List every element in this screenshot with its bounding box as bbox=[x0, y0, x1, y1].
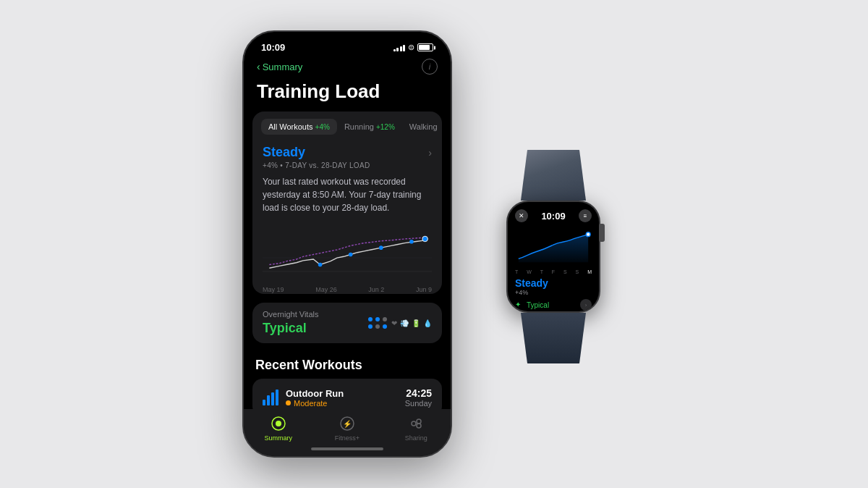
status-icons: ⊜ bbox=[393, 43, 434, 52]
watch-day-t2: T bbox=[540, 269, 543, 274]
training-status: Steady › +4% • 7-DAY vs. 28-DAY LOAD You… bbox=[252, 140, 442, 222]
status-chevron-icon: › bbox=[428, 147, 432, 159]
watch-typical-label: Typical bbox=[527, 301, 549, 309]
status-header: Steady › bbox=[263, 145, 432, 160]
page-title: Training Load bbox=[244, 80, 451, 112]
svg-point-2 bbox=[318, 263, 323, 267]
vitals-dots bbox=[368, 317, 387, 329]
svg-point-13 bbox=[417, 424, 421, 428]
iphone: 10:09 ⊜ ‹ Su bbox=[242, 30, 452, 458]
svg-point-5 bbox=[409, 240, 414, 244]
training-load-card: All Workouts +4% Running +12% Walking bbox=[252, 112, 442, 294]
tab-running-label: Running bbox=[344, 122, 376, 131]
workout-tabs[interactable]: All Workouts +4% Running +12% Walking bbox=[252, 112, 442, 140]
wifi-icon: ⊜ bbox=[408, 43, 414, 52]
bar-chart-icon bbox=[263, 390, 278, 405]
workout-intensity: Moderate bbox=[286, 399, 398, 408]
chart-label-4: Jun 9 bbox=[416, 286, 432, 293]
iphone-screen: 10:09 ⊜ ‹ Su bbox=[244, 32, 451, 456]
svg-point-12 bbox=[417, 419, 421, 424]
fitness-tab-icon: ⚡ bbox=[339, 415, 356, 432]
vitals-left: Overnight Vitals Typical bbox=[263, 310, 318, 336]
workout-right: 24:25 Sunday bbox=[405, 387, 432, 408]
watch-chart-svg bbox=[515, 227, 592, 266]
tab-bar-fitness[interactable]: ⚡ Fitness+ bbox=[312, 415, 381, 442]
workout-name: Outdoor Run bbox=[286, 388, 398, 399]
watch-day-w: W bbox=[527, 269, 532, 274]
status-description: Your last rated workout was recorded yes… bbox=[263, 175, 432, 214]
tab-bar-sharing-label: Sharing bbox=[405, 434, 427, 442]
vitals-value: Typical bbox=[263, 321, 318, 336]
scene: 10:09 ⊜ ‹ Su bbox=[242, 30, 626, 458]
watch-menu-button[interactable]: ≡ bbox=[579, 209, 592, 222]
tab-all-workouts[interactable]: All Workouts +4% bbox=[261, 119, 337, 135]
back-button[interactable]: ‹ Summary bbox=[257, 61, 302, 72]
chart-label-2: May 26 bbox=[315, 286, 337, 293]
watch-typical-icon: ✦ bbox=[515, 300, 524, 309]
tab-all-badge: +4% bbox=[315, 123, 330, 131]
chart-svg bbox=[263, 227, 432, 282]
svg-point-8 bbox=[276, 421, 281, 426]
vitals-content: Overnight Vitals Typical bbox=[252, 303, 442, 343]
svg-text:⚡: ⚡ bbox=[343, 419, 352, 429]
dynamic-island bbox=[311, 39, 383, 58]
chart-label-1: May 19 bbox=[263, 286, 284, 293]
top-nav: ‹ Summary i bbox=[244, 56, 451, 80]
back-label: Summary bbox=[263, 62, 303, 72]
svg-point-3 bbox=[349, 253, 353, 257]
vitals-heading: Overnight Vitals bbox=[263, 310, 318, 319]
workout-time: 24:25 bbox=[405, 387, 432, 399]
watch-day-labels: T W T F S S M bbox=[515, 269, 592, 274]
status-title: Steady bbox=[263, 145, 305, 160]
watch-status-bar: ✕ 10:09 ≡ bbox=[515, 209, 592, 222]
battery-icon bbox=[417, 43, 433, 51]
watch-steady-sub: +4% bbox=[515, 289, 592, 296]
tab-bar-sharing[interactable]: Sharing bbox=[382, 415, 451, 442]
watch-time: 10:09 bbox=[541, 211, 565, 222]
vitals-right: ❤ 💨 🔋 💧 bbox=[368, 317, 432, 329]
tab-walking[interactable]: Walking bbox=[402, 119, 442, 135]
watch-chart bbox=[515, 227, 592, 266]
sharing-tab-icon bbox=[407, 415, 425, 432]
tab-bar-summary-label: Summary bbox=[264, 434, 292, 442]
workout-row[interactable]: Outdoor Run Moderate 24:25 Sunday bbox=[252, 379, 442, 409]
summary-tab-icon bbox=[270, 415, 287, 432]
tab-all-label: All Workouts bbox=[268, 122, 315, 131]
watch-typical-row: ✦ Typical › bbox=[515, 299, 592, 311]
watch-day-t1: T bbox=[515, 269, 518, 274]
watch-close-button[interactable]: ✕ bbox=[515, 209, 528, 222]
overnight-vitals-card: Overnight Vitals Typical bbox=[252, 303, 442, 343]
tab-running[interactable]: Running +12% bbox=[337, 119, 402, 135]
watch-day-m: M bbox=[587, 269, 592, 274]
watch-body: ✕ 10:09 ≡ bbox=[506, 201, 600, 313]
watch-screen: ✕ 10:09 ≡ bbox=[508, 202, 599, 311]
watch-band-bottom bbox=[521, 313, 586, 363]
home-indicator bbox=[311, 447, 383, 450]
watch-typical-left: ✦ Typical bbox=[515, 300, 549, 309]
back-chevron-icon: ‹ bbox=[257, 61, 260, 72]
workout-icon bbox=[263, 390, 278, 405]
training-chart: May 19 May 26 Jun 2 Jun 9 bbox=[252, 222, 442, 294]
svg-point-11 bbox=[412, 421, 416, 426]
apple-watch: ✕ 10:09 ≡ bbox=[481, 150, 626, 338]
workout-day: Sunday bbox=[405, 399, 432, 408]
watch-day-f: F bbox=[552, 269, 555, 274]
signal-icon bbox=[393, 44, 406, 51]
status-subtitle: +4% • 7-DAY vs. 28-DAY LOAD bbox=[263, 161, 432, 169]
watch-crown bbox=[599, 224, 605, 242]
watch-typical-arrow[interactable]: › bbox=[580, 299, 592, 311]
status-time: 10:09 bbox=[261, 42, 285, 53]
info-button[interactable]: i bbox=[422, 59, 438, 75]
tab-walking-label: Walking bbox=[409, 122, 438, 131]
watch-day-s2: S bbox=[576, 269, 579, 274]
tab-running-badge: +12% bbox=[376, 123, 395, 131]
tab-bar-fitness-label: Fitness+ bbox=[335, 434, 359, 442]
watch-steady-label: Steady bbox=[515, 277, 592, 289]
scroll-content: All Workouts +4% Running +12% Walking bbox=[244, 112, 451, 409]
workout-info: Outdoor Run Moderate bbox=[286, 388, 398, 408]
svg-point-6 bbox=[422, 236, 427, 241]
tab-bar-summary[interactable]: Summary bbox=[244, 415, 312, 442]
chart-labels: May 19 May 26 Jun 2 Jun 9 bbox=[263, 285, 432, 294]
intensity-dot bbox=[286, 400, 291, 405]
chart-label-3: Jun 2 bbox=[368, 286, 384, 293]
